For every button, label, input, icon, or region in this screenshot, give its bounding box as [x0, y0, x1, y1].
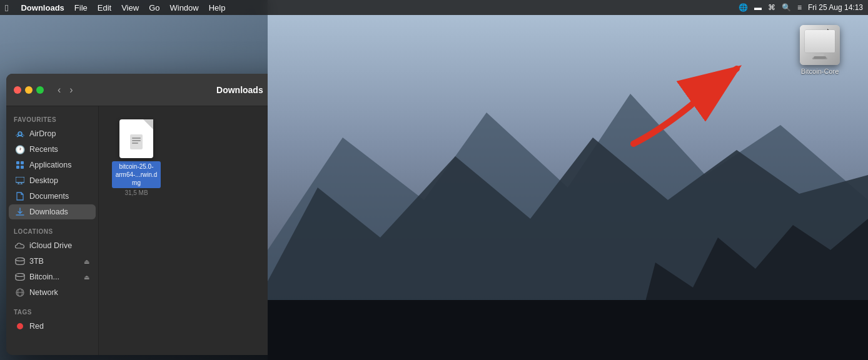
svg-rect-44 [805, 30, 835, 52]
documents-label: Documents [29, 192, 69, 201]
sidebar-item-3tb[interactable]: 3TB ⏏ [9, 254, 96, 269]
menubar-search-icon[interactable]: 🔍 [782, 3, 791, 12]
locations-label: Locations [6, 224, 98, 238]
sidebar-item-desktop[interactable]: Desktop [9, 173, 96, 188]
recents-label: Recents [29, 145, 58, 154]
drive-3tb-icon [15, 256, 25, 266]
menubar-notification-icon[interactable]: ≡ [797, 3, 802, 12]
tags-label: Tags [6, 305, 98, 318]
bitcoin-core-desktop-icon[interactable]: Bitcoin-Core [800, 25, 840, 75]
applications-label: Applications [29, 161, 71, 169]
red-tag-icon [15, 321, 25, 331]
file-item-bitcoin-dmg[interactable]: bitcoin-25.0- arm64-...rwin.dmg 31,5 MB [111, 119, 161, 196]
sidebar-item-red-tag[interactable]: Red [9, 319, 96, 334]
documents-icon [15, 191, 25, 201]
toolbar-nav: ‹ › [54, 82, 77, 98]
svg-rect-43 [805, 30, 835, 52]
menubar-help[interactable]: Help [209, 3, 226, 12]
airdrop-icon [15, 129, 25, 139]
window-controls [14, 86, 44, 94]
file-name-badge: bitcoin-25.0- arm64-...rwin.dmg [112, 161, 161, 188]
red-tag-label: Red [29, 322, 44, 331]
menubar-file[interactable]: File [74, 3, 88, 12]
mountain-background [268, 0, 868, 360]
downloads-icon [15, 207, 25, 217]
svg-rect-39 [132, 140, 141, 141]
icloud-icon [15, 241, 25, 251]
menubar-wifi-icon: ⌘ [768, 3, 775, 12]
bitcoin-core-label: Bitcoin-Core [801, 68, 839, 75]
arrow-pointer [621, 56, 759, 159]
svg-point-31 [16, 258, 24, 261]
svg-rect-48 [816, 54, 824, 58]
back-button[interactable]: ‹ [54, 82, 64, 98]
bitcoin-label: Bitcoin... [29, 272, 59, 281]
favourites-label: Favourites [6, 112, 98, 126]
minimize-button[interactable] [25, 86, 33, 94]
menubar-right: 🌐 ▬ ⌘ 🔍 ≡ Fri 25 Aug 14:13 [739, 3, 863, 12]
menubar-globe-icon: 🌐 [739, 3, 748, 12]
menubar-app[interactable]: Downloads [21, 3, 64, 12]
sidebar-item-bitcoin[interactable]: Bitcoin... ⏏ [9, 269, 96, 284]
sidebar-item-airdrop[interactable]: AirDrop [9, 126, 96, 141]
menubar-datetime: Fri 25 Aug 14:13 [808, 3, 863, 12]
desktop-sidebar-label: Desktop [29, 176, 58, 185]
svg-rect-22 [16, 161, 19, 164]
eject-3tb-icon[interactable]: ⏏ [84, 258, 89, 265]
menubar-view[interactable]: View [121, 3, 139, 12]
sidebar-item-icloud[interactable]: iCloud Drive [9, 238, 96, 253]
menubar-left:  Downloads File Edit View Go Window Hel… [5, 2, 225, 13]
svg-point-36 [17, 323, 23, 329]
desktop-background:  Downloads File Edit View Go Window Hel… [0, 0, 868, 360]
sidebar-item-applications[interactable]: Applications [9, 158, 96, 172]
svg-rect-49 [812, 58, 827, 59]
network-label: Network [29, 288, 58, 297]
forward-button[interactable]: › [66, 82, 76, 98]
svg-rect-24 [16, 166, 19, 169]
svg-rect-37 [130, 134, 143, 149]
svg-rect-38 [132, 138, 141, 139]
downloads-label: Downloads [29, 208, 68, 216]
sidebar-item-network[interactable]: Network [9, 285, 96, 300]
network-icon [15, 288, 25, 298]
svg-rect-4 [268, 300, 868, 360]
file-icon-wrapper [116, 119, 156, 159]
recents-icon: 🕐 [15, 144, 25, 154]
maximize-button[interactable] [36, 86, 44, 94]
disk-image-icon [800, 25, 840, 65]
svg-rect-26 [16, 177, 24, 182]
close-button[interactable] [14, 86, 21, 94]
sidebar-item-documents[interactable]: Documents [9, 189, 96, 204]
3tb-label: 3TB [29, 257, 44, 266]
menubar-battery-icon: ▬ [754, 3, 762, 12]
desktop-icon-sidebar [15, 176, 25, 186]
menubar-window[interactable]: Window [169, 3, 198, 12]
menubar:  Downloads File Edit View Go Window Hel… [0, 0, 868, 15]
menubar-go[interactable]: Go [149, 3, 159, 12]
menubar-edit[interactable]: Edit [98, 3, 111, 12]
bitcoin-drive-icon [15, 272, 25, 282]
file-size: 31,5 MB [124, 189, 148, 196]
applications-icon [15, 160, 25, 170]
dmg-icon [119, 119, 153, 158]
dmg-icon-inner [123, 122, 150, 156]
icloud-label: iCloud Drive [29, 241, 72, 250]
sidebar-item-recents[interactable]: 🕐 Recents [9, 142, 96, 157]
airdrop-label: AirDrop [29, 129, 56, 138]
svg-rect-23 [21, 161, 24, 164]
eject-bitcoin-icon[interactable]: ⏏ [84, 274, 89, 281]
svg-point-32 [16, 274, 24, 277]
sidebar-item-downloads[interactable]: Downloads [9, 204, 96, 219]
svg-rect-25 [21, 166, 24, 169]
sidebar: Favourites AirDrop 🕐 Recents [6, 106, 99, 355]
svg-rect-40 [132, 142, 138, 144]
apple-menu[interactable]:  [5, 2, 8, 13]
